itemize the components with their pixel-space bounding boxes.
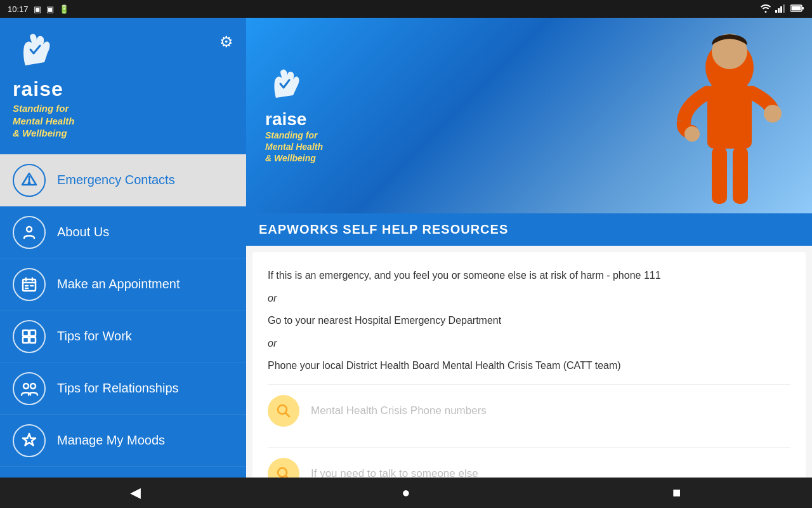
tips-for-work-label: Tips for Work (57, 329, 132, 344)
svg-rect-6 (802, 7, 804, 10)
make-appointment-label: Make an Appointment (57, 277, 180, 291)
or-separator-1: or (268, 290, 790, 307)
svg-point-14 (23, 384, 29, 389)
tips-work-icon-circle (13, 320, 46, 353)
tips-relationships-icon-circle (13, 372, 46, 405)
manage-my-moods-label: Manage My Moods (57, 433, 165, 448)
logo-area: raise Standing forMental Health& Wellbei… (13, 30, 75, 140)
svg-point-8 (27, 227, 32, 232)
hero-person-figure (660, 29, 799, 213)
svg-rect-3 (783, 4, 785, 13)
svg-rect-20 (688, 126, 694, 139)
app-container: raise Standing forMental Health& Wellbei… (0, 18, 812, 508)
svg-point-21 (764, 105, 782, 123)
emergency-contacts-label: Emergency Contacts (57, 173, 175, 187)
sidebar-item-tips-for-work[interactable]: Tips for Work (0, 311, 246, 363)
settings-button[interactable]: ⚙ (219, 33, 233, 51)
battery-small-icon: 🔋 (59, 4, 69, 14)
back-button[interactable]: ◀ (116, 478, 154, 508)
sidebar: raise Standing forMental Health& Wellbei… (0, 18, 246, 508)
emergency-line-3: Phone your local District Health Board M… (268, 358, 790, 374)
search-icon-1 (275, 403, 292, 419)
hero-raise-logo-icon (265, 67, 303, 105)
appointment-icon-circle (13, 268, 46, 301)
emergency-contacts-icon-circle (13, 164, 46, 197)
status-bar-right (760, 4, 804, 15)
status-bar-left: 10:17 ▣ ▣ 🔋 (8, 4, 69, 14)
battery-icon (790, 4, 804, 14)
svg-rect-12 (23, 337, 29, 343)
resource-icon-circle-1 (268, 395, 299, 427)
emergency-content-box: If this is an emergency, and you feel yo… (252, 252, 806, 508)
sidebar-header: raise Standing forMental Health& Wellbei… (0, 18, 246, 154)
emergency-line-1: If this is an emergency, and you feel yo… (268, 267, 790, 284)
svg-rect-1 (778, 8, 780, 13)
tips-for-relationships-label: Tips for Relationships (57, 381, 179, 396)
svg-rect-2 (780, 6, 782, 13)
bottom-nav-bar: ◀ ● ■ (0, 478, 812, 508)
sidebar-item-about-us[interactable]: About Us (0, 206, 246, 258)
about-us-label: About Us (57, 225, 109, 239)
svg-rect-5 (792, 6, 801, 10)
about-us-icon-circle (13, 216, 46, 249)
hero-banner: raise Standing forMental Health& Wellbei… (246, 18, 812, 213)
hero-tagline: Standing forMental Health& Wellbeing (265, 130, 323, 164)
raise-logo-icon (13, 30, 57, 75)
recent-button[interactable]: ■ (658, 478, 696, 508)
hero-logo-area: raise Standing forMental Health& Wellbei… (265, 67, 323, 164)
svg-rect-13 (30, 337, 36, 343)
svg-rect-9 (23, 279, 36, 291)
signal-icon (775, 4, 787, 15)
resource-item-mental-health-crisis[interactable]: Mental Health Crisis Phone numbers (268, 384, 790, 437)
notification-icon-2: ▣ (46, 4, 54, 14)
emergency-content-text: If this is an emergency, and you feel yo… (268, 267, 790, 374)
svg-rect-23 (733, 147, 748, 204)
section-title: EAPWORKS SELF HELP RESOURCES (246, 213, 812, 246)
sidebar-item-emergency-contacts[interactable]: Emergency Contacts (0, 154, 246, 206)
or-separator-2: or (268, 335, 790, 352)
svg-point-7 (29, 182, 30, 184)
svg-point-15 (30, 384, 36, 389)
sidebar-item-make-appointment[interactable]: Make an Appointment (0, 258, 246, 311)
wifi-icon (760, 4, 771, 15)
notification-icon-1: ▣ (34, 4, 41, 14)
manage-moods-icon-circle (13, 424, 46, 457)
svg-rect-10 (23, 330, 29, 336)
hero-banner-inner: raise Standing forMental Health& Wellbei… (246, 18, 812, 213)
logo-tagline: Standing forMental Health& Wellbeing (13, 102, 75, 140)
time-display: 10:17 (8, 4, 29, 14)
emergency-line-2: Go to your nearest Hospital Emergency De… (268, 312, 790, 329)
sidebar-item-manage-my-moods[interactable]: Manage My Moods (0, 415, 246, 467)
svg-rect-11 (30, 330, 36, 336)
status-bar: 10:17 ▣ ▣ 🔋 (0, 0, 812, 18)
hero-logo-text: raise (265, 109, 323, 130)
svg-rect-22 (712, 147, 727, 204)
svg-rect-0 (775, 10, 777, 13)
sidebar-item-tips-for-relationships[interactable]: Tips for Relationships (0, 363, 246, 415)
main-content: raise Standing forMental Health& Wellbei… (246, 18, 812, 508)
logo-text: raise (13, 77, 63, 101)
resource-label-mental-health-crisis: Mental Health Crisis Phone numbers (311, 404, 487, 417)
home-button[interactable]: ● (387, 478, 425, 508)
